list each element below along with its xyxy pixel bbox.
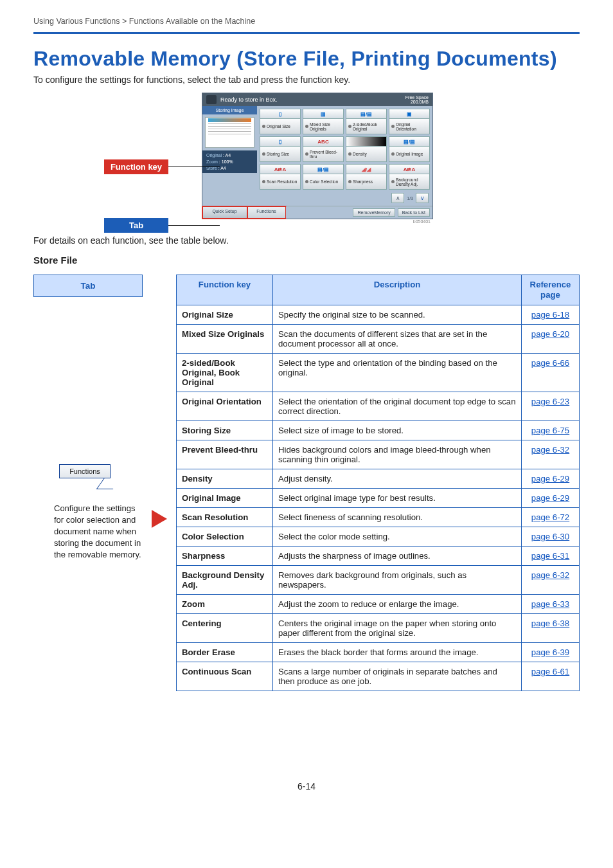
cell-function-key: Prevent Bleed-thru bbox=[177, 440, 273, 469]
breadcrumb: Using Various Functions > Functions Avai… bbox=[33, 13, 580, 32]
back-to-list-button[interactable]: Back to List bbox=[398, 208, 430, 217]
cell-function-key: Original Image bbox=[177, 488, 273, 507]
cell-description: Removes dark background from originals, … bbox=[273, 565, 522, 594]
table-row: Original ImageSelect original image type… bbox=[177, 488, 580, 507]
reference-link[interactable]: page 6-75 bbox=[531, 426, 569, 435]
cell-description: Centers the original image on the paper … bbox=[273, 613, 522, 642]
cell-reference: page 6-39 bbox=[522, 642, 580, 662]
cell-function-key: Continuous Scan bbox=[177, 662, 273, 691]
tab-quick-setup[interactable]: Quick Setup bbox=[202, 206, 247, 219]
cell-reference: page 6-72 bbox=[522, 507, 580, 527]
device-title: Ready to store in Box. bbox=[220, 96, 402, 103]
cell-function-key: Background Density Adj. bbox=[177, 565, 273, 594]
pager-up[interactable]: ∧ bbox=[391, 193, 404, 203]
table-row: CenteringCenters the original image on t… bbox=[177, 613, 580, 642]
cell-description: Scans a large number of originals in sep… bbox=[273, 662, 522, 691]
cell-description: Select fineness of scanning resolution. bbox=[273, 507, 522, 527]
device-screen: Ready to store in Box. Free Space 200.0M… bbox=[202, 93, 433, 219]
cell-reference: page 6-66 bbox=[522, 353, 580, 392]
reference-link[interactable]: page 6-72 bbox=[531, 512, 569, 522]
cell-description: Erases the black border that forms aroun… bbox=[273, 642, 522, 662]
table-row: ZoomAdjust the zoom to reduce or enlarge… bbox=[177, 594, 580, 613]
cell-function-key: Sharpness bbox=[177, 546, 273, 565]
fn-original-image[interactable]: ▤/▤Original Image bbox=[389, 136, 430, 162]
reference-link[interactable]: page 6-39 bbox=[531, 647, 569, 657]
table-row: Original OrientationSelect the orientati… bbox=[177, 392, 580, 420]
fn-background-density[interactable]: A⇄ABackground Density Adj. bbox=[389, 164, 430, 190]
reference-link[interactable]: page 6-31 bbox=[531, 551, 569, 561]
page-title: Removable Memory (Store File, Printing D… bbox=[33, 47, 580, 71]
cell-reference: page 6-32 bbox=[522, 565, 580, 594]
pager-down[interactable]: ∨ bbox=[416, 193, 429, 203]
table-row: Prevent Bleed-thruHides background color… bbox=[177, 440, 580, 469]
fn-original-size[interactable]: ▯Original Size bbox=[260, 109, 301, 134]
cell-description: Select the orientation of the original d… bbox=[273, 392, 522, 420]
cell-reference: page 6-30 bbox=[522, 527, 580, 546]
storing-image-header: Storing Image bbox=[202, 106, 257, 114]
right-arrow-icon bbox=[152, 275, 167, 763]
functions-mini-box: Functions bbox=[59, 464, 111, 478]
free-space-label: Free Space bbox=[405, 95, 429, 100]
reference-link[interactable]: page 6-20 bbox=[531, 329, 569, 339]
callout-function-key: Function key bbox=[104, 159, 168, 174]
cell-reference: page 6-31 bbox=[522, 546, 580, 565]
fn-density[interactable]: Density bbox=[346, 136, 387, 162]
tab-functions[interactable]: Functions bbox=[247, 206, 286, 219]
cell-function-key: Mixed Size Originals bbox=[177, 324, 273, 353]
reference-link[interactable]: page 6-32 bbox=[531, 445, 569, 455]
cell-reference: page 6-20 bbox=[522, 324, 580, 353]
fn-mixed-size-originals[interactable]: ▥Mixed Size Originals bbox=[303, 109, 344, 134]
fn-sharpness[interactable]: ◢/◢Sharpness bbox=[346, 164, 387, 190]
reference-link[interactable]: page 6-29 bbox=[531, 474, 569, 484]
table-row: 2-sided/Book Original, Book OriginalSele… bbox=[177, 353, 580, 392]
fn-color-selection[interactable]: ▤/▤Color Selection bbox=[303, 164, 344, 190]
cell-description: Adjust the zoom to reduce or enlarge the… bbox=[273, 594, 522, 613]
callout-lead-line bbox=[168, 225, 220, 226]
table-row: Original SizeSpecify the original size t… bbox=[177, 305, 580, 324]
reference-link[interactable]: page 6-23 bbox=[531, 397, 569, 406]
cell-description: Select original image type for best resu… bbox=[273, 488, 522, 507]
section-title: Store File bbox=[33, 255, 580, 266]
cell-description: Adjusts the sharpness of image outlines. bbox=[273, 546, 522, 565]
reference-link[interactable]: page 6-32 bbox=[531, 570, 569, 580]
intro-text: To configure the settings for functions,… bbox=[33, 75, 580, 85]
divider bbox=[33, 32, 580, 34]
reference-link[interactable]: page 6-66 bbox=[531, 358, 569, 368]
cell-function-key: Centering bbox=[177, 613, 273, 642]
cell-function-key: Zoom bbox=[177, 594, 273, 613]
cell-description: Select the color mode setting. bbox=[273, 527, 522, 546]
remove-memory-button[interactable]: RemoveMemory bbox=[353, 208, 395, 217]
reference-link[interactable]: page 6-29 bbox=[531, 493, 569, 503]
col-reference-page: Reference page bbox=[522, 275, 580, 305]
fn-prevent-bleed-thru[interactable]: ABCPrevent Bleed-thru bbox=[303, 136, 344, 162]
svg-marker-0 bbox=[152, 510, 167, 528]
table-row: Border EraseErases the black border that… bbox=[177, 642, 580, 662]
reference-link[interactable]: page 6-33 bbox=[531, 599, 569, 609]
reference-link[interactable]: page 6-61 bbox=[531, 667, 569, 676]
table-row: Storing SizeSelect size of image to be s… bbox=[177, 420, 580, 440]
pager-text: 1/3 bbox=[407, 196, 413, 201]
fn-2sided-book-original[interactable]: ▤/▤2-sided/Book Original bbox=[346, 109, 387, 134]
cell-function-key: Color Selection bbox=[177, 527, 273, 546]
cell-reference: page 6-32 bbox=[522, 440, 580, 469]
fn-storing-size[interactable]: ▯Storing Size bbox=[260, 136, 301, 162]
callout-tab: Tab bbox=[104, 218, 168, 233]
cell-reference: page 6-18 bbox=[522, 305, 580, 324]
cell-description: Scan the documents of different sizes th… bbox=[273, 324, 522, 353]
details-text: For details on each function, see the ta… bbox=[33, 235, 580, 246]
fn-scan-resolution[interactable]: A⇄AScan Resolution bbox=[260, 164, 301, 190]
free-space-value: 200.0MB bbox=[411, 100, 429, 104]
reference-link[interactable]: page 6-18 bbox=[531, 310, 569, 320]
app-icon bbox=[206, 95, 217, 104]
reference-link[interactable]: page 6-30 bbox=[531, 532, 569, 541]
function-table: Function key Description Reference page … bbox=[176, 275, 580, 691]
cell-function-key: 2-sided/Book Original, Book Original bbox=[177, 353, 273, 392]
cell-reference: page 6-61 bbox=[522, 662, 580, 691]
cell-reference: page 6-29 bbox=[522, 488, 580, 507]
cell-reference: page 6-75 bbox=[522, 420, 580, 440]
screen-id: b050401 bbox=[202, 219, 433, 224]
page-number: 6-14 bbox=[33, 781, 580, 791]
fn-original-orientation[interactable]: ▣Original Orientation bbox=[389, 109, 430, 134]
cell-description: Specify the original size to be scanned. bbox=[273, 305, 522, 324]
reference-link[interactable]: page 6-38 bbox=[531, 619, 569, 628]
